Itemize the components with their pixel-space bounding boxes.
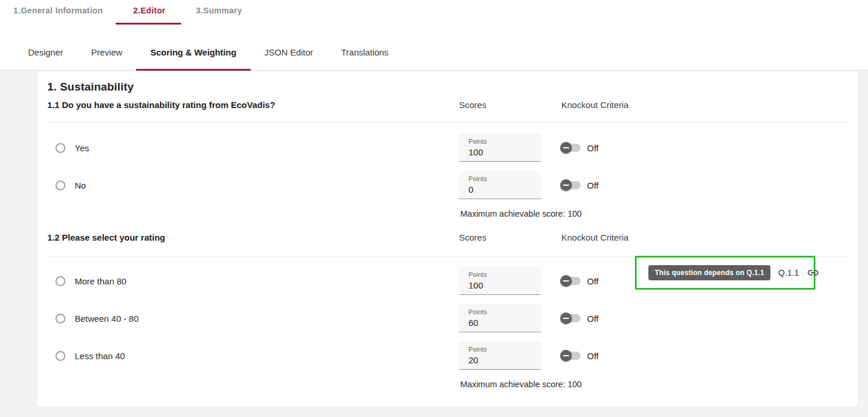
points-input-value: 100 [468,147,541,157]
knockout-toggle-state: Off [587,314,599,324]
option-text: No [75,180,86,190]
scores-column-header: Scores [459,100,561,110]
tab-scoring-weighting[interactable]: Scoring & Weighting [136,34,250,70]
option-label-group: Less than 40 [47,351,459,361]
knockout-toggle[interactable] [560,312,582,324]
knockout-toggle-group: Off [560,142,850,154]
points-input-label: Points [468,271,541,278]
toggle-thumb-minus-icon [560,142,572,154]
wizard-step-summary[interactable]: 3.Summary [196,6,242,25]
knockout-toggle[interactable] [560,350,582,362]
toggle-thumb-minus-icon [560,312,572,324]
question-block-1-1: 1.1 Do you have a sustainability rating … [47,100,850,218]
divider [47,122,850,123]
points-input-value: 100 [468,280,541,290]
tab-translations[interactable]: Translations [327,34,402,70]
option-text: Between 40 - 80 [75,314,138,324]
section-title: 1. Sustainability [47,71,850,93]
radio-button[interactable] [55,143,65,153]
dependency-reference: Q.1.1 [778,268,798,277]
knockout-toggle-state: Off [587,276,599,286]
knockout-toggle-group: Off [560,312,850,324]
question-title: 1.1 Do you have a sustainability rating … [47,100,459,110]
option-text: Less than 40 [75,351,125,361]
question-block-1-2: 1.2 Please select your rating Scores Kno… [47,218,850,389]
tab-preview[interactable]: Preview [77,34,136,70]
knockout-toggle-state: Off [587,180,599,190]
option-row-less-than-40: Less than 40 Points 20 Off [47,342,850,370]
top-header: 1.General Information 2.Editor 3.Summary… [0,0,868,71]
wizard-step-general-information[interactable]: 1.General Information [13,6,103,25]
points-input-label: Points [468,138,541,145]
editor-tab-bar: Designer Preview Scoring & Weighting JSO… [14,34,402,70]
points-input-label: Points [468,175,541,182]
points-input-value: 20 [468,355,541,365]
toggle-thumb-minus-icon [560,350,572,362]
wizard-steps: 1.General Information 2.Editor 3.Summary [13,6,242,25]
knockout-column-header: Knockout Criteria [561,233,850,242]
dependency-highlight-box: This question depends on Q.1.1 Q.1.1 [635,256,815,290]
toggle-thumb-minus-icon [560,275,572,287]
knockout-toggle-state: Off [587,143,599,153]
knockout-column-header: Knockout Criteria [561,100,850,110]
scoring-panel: 1. Sustainability 1.1 Do you have a sust… [37,71,859,407]
knockout-toggle[interactable] [560,179,582,191]
dependency-tooltip: This question depends on Q.1.1 [648,265,770,280]
scores-column-header: Scores [459,233,561,242]
max-score-text: Maximum achievable score: 100 [460,380,850,389]
option-row-between-40-80: Between 40 - 80 Points 60 Off [47,304,850,332]
option-text: Yes [75,143,89,153]
question-header: 1.2 Please select your rating Scores Kno… [47,218,850,256]
option-label-group: More than 80 [47,276,459,286]
knockout-toggle-group: Off [560,350,850,362]
points-input-label: Points [468,346,541,353]
points-input-value: 0 [468,185,541,194]
option-text: More than 80 [75,276,126,286]
points-input-value: 60 [468,318,541,328]
toggle-thumb-minus-icon [560,179,572,191]
option-label-group: No [47,180,459,190]
question-title: 1.2 Please select your rating [47,233,459,242]
radio-button[interactable] [55,351,65,361]
link-icon[interactable] [807,266,820,279]
max-score-text: Maximum achievable score: 100 [460,210,850,218]
wizard-step-editor[interactable]: 2.Editor [133,6,165,25]
tab-json-editor[interactable]: JSON Editor [251,34,327,70]
points-input[interactable]: Points 100 [459,134,541,162]
tab-designer[interactable]: Designer [14,34,77,70]
knockout-toggle[interactable] [560,142,582,154]
points-input[interactable]: Points 100 [459,267,541,295]
option-row-yes: Yes Points 100 Off [47,134,850,162]
option-label-group: Between 40 - 80 [47,314,459,324]
knockout-toggle[interactable] [560,275,582,287]
knockout-toggle-group: Off [560,179,850,191]
radio-button[interactable] [55,314,65,324]
points-input[interactable]: Points 20 [459,342,541,370]
question-header: 1.1 Do you have a sustainability rating … [47,100,850,122]
option-label-group: Yes [47,143,459,153]
knockout-toggle-state: Off [587,351,599,361]
radio-button[interactable] [55,180,65,190]
option-row-no: No Points 0 Off [47,171,850,199]
radio-button[interactable] [55,276,65,286]
points-input[interactable]: Points 0 [459,171,541,199]
points-input-label: Points [468,308,541,315]
points-input[interactable]: Points 60 [459,304,541,332]
